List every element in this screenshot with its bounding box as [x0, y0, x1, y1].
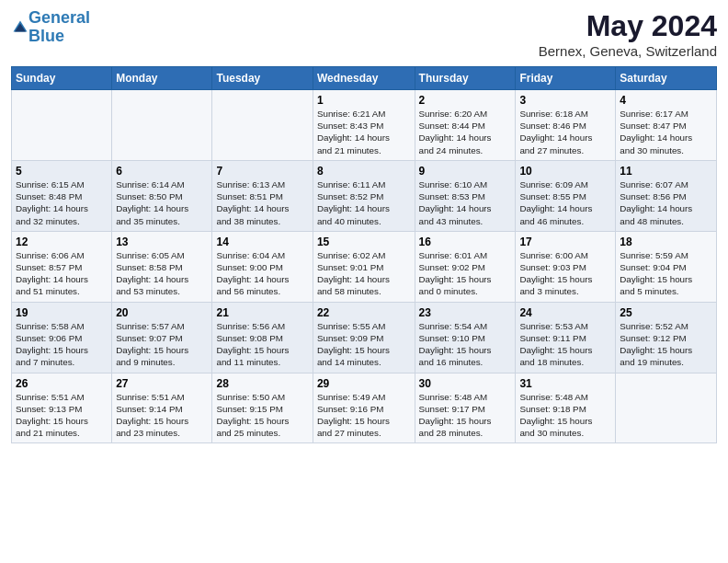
day-number: 13: [116, 236, 208, 248]
calendar-cell: 27Sunrise: 5:51 AM Sunset: 9:14 PM Dayli…: [112, 373, 212, 443]
calendar-cell: 24Sunrise: 5:53 AM Sunset: 9:11 PM Dayli…: [516, 302, 616, 373]
calendar-cell: 16Sunrise: 6:01 AM Sunset: 9:02 PM Dayli…: [415, 231, 516, 302]
day-info: Sunrise: 6:15 AM Sunset: 8:48 PM Dayligh…: [16, 178, 108, 227]
calendar-header-row: SundayMondayTuesdayWednesdayThursdayFrid…: [12, 67, 717, 90]
weekday-header: Tuesday: [212, 67, 313, 90]
title-block: May 2024 Bernex, Geneva, Switzerland: [539, 9, 717, 59]
day-number: 11: [620, 165, 712, 178]
day-number: 29: [317, 377, 411, 390]
calendar-cell: 6Sunrise: 6:14 AM Sunset: 8:50 PM Daylig…: [112, 160, 212, 231]
day-number: 22: [317, 306, 411, 319]
day-info: Sunrise: 6:18 AM Sunset: 8:46 PM Dayligh…: [519, 108, 611, 156]
calendar-cell: 3Sunrise: 6:18 AM Sunset: 8:46 PM Daylig…: [516, 90, 616, 161]
day-number: 4: [620, 94, 712, 107]
day-number: 10: [519, 165, 611, 178]
day-number: 18: [620, 236, 712, 248]
calendar-cell: 31Sunrise: 5:48 AM Sunset: 9:18 PM Dayli…: [516, 373, 616, 443]
day-number: 19: [16, 306, 108, 319]
day-number: 5: [16, 165, 108, 178]
calendar-cell: [12, 90, 112, 161]
day-number: 23: [419, 306, 512, 319]
day-info: Sunrise: 6:14 AM Sunset: 8:50 PM Dayligh…: [116, 178, 208, 227]
day-number: 20: [116, 306, 208, 319]
day-info: Sunrise: 6:04 AM Sunset: 9:00 PM Dayligh…: [216, 249, 308, 298]
weekday-header: Friday: [516, 67, 616, 90]
weekday-header: Saturday: [616, 67, 717, 90]
calendar-cell: 9Sunrise: 6:10 AM Sunset: 8:53 PM Daylig…: [415, 160, 516, 231]
logo-text: General Blue: [28, 9, 90, 46]
calendar-cell: 28Sunrise: 5:50 AM Sunset: 9:15 PM Dayli…: [212, 373, 313, 443]
calendar-cell: [112, 90, 212, 161]
day-number: 24: [519, 306, 611, 319]
day-number: 2: [419, 94, 512, 107]
day-info: Sunrise: 6:00 AM Sunset: 9:03 PM Dayligh…: [519, 249, 611, 298]
day-info: Sunrise: 5:58 AM Sunset: 9:06 PM Dayligh…: [16, 320, 108, 369]
location: Bernex, Geneva, Switzerland: [539, 43, 717, 59]
calendar-week-row: 19Sunrise: 5:58 AM Sunset: 9:06 PM Dayli…: [12, 302, 717, 373]
calendar-week-row: 12Sunrise: 6:06 AM Sunset: 8:57 PM Dayli…: [12, 231, 717, 302]
day-number: 6: [116, 165, 208, 178]
day-info: Sunrise: 5:55 AM Sunset: 9:09 PM Dayligh…: [317, 320, 411, 369]
calendar-cell: 5Sunrise: 6:15 AM Sunset: 8:48 PM Daylig…: [12, 160, 112, 231]
calendar-cell: 26Sunrise: 5:51 AM Sunset: 9:13 PM Dayli…: [12, 373, 112, 443]
calendar-cell: 18Sunrise: 5:59 AM Sunset: 9:04 PM Dayli…: [616, 231, 717, 302]
calendar-cell: 4Sunrise: 6:17 AM Sunset: 8:47 PM Daylig…: [616, 90, 717, 161]
day-number: 12: [16, 236, 108, 248]
day-info: Sunrise: 6:02 AM Sunset: 9:01 PM Dayligh…: [317, 249, 411, 298]
day-number: 26: [16, 377, 108, 390]
day-number: 9: [419, 165, 512, 178]
day-info: Sunrise: 6:10 AM Sunset: 8:53 PM Dayligh…: [419, 178, 512, 227]
day-info: Sunrise: 6:13 AM Sunset: 8:51 PM Dayligh…: [216, 178, 308, 227]
day-number: 14: [216, 236, 308, 248]
day-info: Sunrise: 6:17 AM Sunset: 8:47 PM Dayligh…: [620, 108, 712, 156]
calendar-cell: 15Sunrise: 6:02 AM Sunset: 9:01 PM Dayli…: [313, 231, 415, 302]
calendar-cell: 12Sunrise: 6:06 AM Sunset: 8:57 PM Dayli…: [12, 231, 112, 302]
day-number: 31: [519, 377, 611, 390]
calendar-cell: 21Sunrise: 5:56 AM Sunset: 9:08 PM Dayli…: [212, 302, 313, 373]
day-number: 15: [317, 236, 411, 248]
day-number: 27: [116, 377, 208, 390]
calendar-cell: 25Sunrise: 5:52 AM Sunset: 9:12 PM Dayli…: [616, 302, 717, 373]
calendar-cell: 8Sunrise: 6:11 AM Sunset: 8:52 PM Daylig…: [313, 160, 415, 231]
day-number: 25: [620, 306, 712, 319]
day-number: 3: [519, 94, 611, 107]
day-info: Sunrise: 5:57 AM Sunset: 9:07 PM Dayligh…: [116, 320, 208, 369]
weekday-header: Wednesday: [313, 67, 415, 90]
calendar-week-row: 1Sunrise: 6:21 AM Sunset: 8:43 PM Daylig…: [12, 90, 717, 161]
calendar-cell: 7Sunrise: 6:13 AM Sunset: 8:51 PM Daylig…: [212, 160, 313, 231]
logo-icon: [12, 19, 28, 36]
calendar-cell: 20Sunrise: 5:57 AM Sunset: 9:07 PM Dayli…: [112, 302, 212, 373]
day-info: Sunrise: 5:50 AM Sunset: 9:15 PM Dayligh…: [216, 391, 308, 440]
day-number: 28: [216, 377, 308, 390]
day-info: Sunrise: 6:11 AM Sunset: 8:52 PM Dayligh…: [317, 178, 411, 227]
day-info: Sunrise: 6:09 AM Sunset: 8:55 PM Dayligh…: [519, 178, 611, 227]
calendar-cell: [616, 373, 717, 443]
day-info: Sunrise: 5:54 AM Sunset: 9:10 PM Dayligh…: [419, 320, 512, 369]
month-title: May 2024: [539, 9, 717, 43]
day-number: 1: [317, 94, 411, 107]
day-info: Sunrise: 5:52 AM Sunset: 9:12 PM Dayligh…: [620, 320, 712, 369]
calendar-cell: 1Sunrise: 6:21 AM Sunset: 8:43 PM Daylig…: [313, 90, 415, 161]
weekday-header: Sunday: [12, 67, 112, 90]
logo-line1: General: [28, 8, 90, 27]
logo-line2: Blue: [28, 27, 64, 45]
day-info: Sunrise: 6:01 AM Sunset: 9:02 PM Dayligh…: [419, 249, 512, 298]
day-number: 16: [419, 236, 512, 248]
calendar-cell: 30Sunrise: 5:48 AM Sunset: 9:17 PM Dayli…: [415, 373, 516, 443]
calendar-cell: 13Sunrise: 6:05 AM Sunset: 8:58 PM Dayli…: [112, 231, 212, 302]
calendar-cell: [212, 90, 313, 161]
calendar-cell: 29Sunrise: 5:49 AM Sunset: 9:16 PM Dayli…: [313, 373, 415, 443]
calendar-cell: 10Sunrise: 6:09 AM Sunset: 8:55 PM Dayli…: [516, 160, 616, 231]
calendar-cell: 2Sunrise: 6:20 AM Sunset: 8:44 PM Daylig…: [415, 90, 516, 161]
day-info: Sunrise: 5:48 AM Sunset: 9:18 PM Dayligh…: [519, 391, 611, 440]
calendar-cell: 22Sunrise: 5:55 AM Sunset: 9:09 PM Dayli…: [313, 302, 415, 373]
weekday-header: Monday: [112, 67, 212, 90]
logo: General Blue: [11, 9, 90, 46]
day-number: 17: [519, 236, 611, 248]
day-info: Sunrise: 6:07 AM Sunset: 8:56 PM Dayligh…: [620, 178, 712, 227]
calendar-cell: 14Sunrise: 6:04 AM Sunset: 9:00 PM Dayli…: [212, 231, 313, 302]
day-info: Sunrise: 6:05 AM Sunset: 8:58 PM Dayligh…: [116, 249, 208, 298]
day-number: 30: [419, 377, 512, 390]
calendar-cell: 17Sunrise: 6:00 AM Sunset: 9:03 PM Dayli…: [516, 231, 616, 302]
calendar-week-row: 26Sunrise: 5:51 AM Sunset: 9:13 PM Dayli…: [12, 373, 717, 443]
